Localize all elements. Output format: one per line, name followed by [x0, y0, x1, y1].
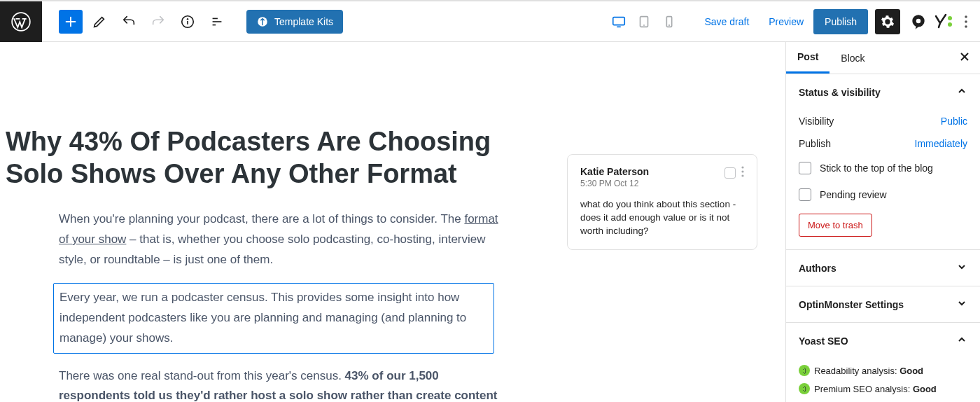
paragraph-block-2-selected[interactable]: Every year, we run a podcaster census. T…: [53, 283, 494, 354]
redo-icon[interactable]: [146, 9, 171, 34]
svg-point-19: [965, 20, 967, 23]
edit-icon[interactable]: [87, 9, 112, 34]
publish-button[interactable]: Publish: [813, 9, 868, 34]
chevron-up-icon: [956, 334, 967, 347]
tab-block[interactable]: Block: [830, 42, 876, 74]
settings-button[interactable]: [875, 9, 900, 34]
stick-label: Stick to the top of the blog: [820, 162, 933, 174]
smiley-green-icon: [799, 365, 810, 376]
svg-point-13: [669, 25, 670, 25]
svg-rect-8: [613, 17, 625, 25]
panel-yoast-seo[interactable]: Yoast SEO: [786, 323, 980, 359]
svg-point-16: [948, 16, 952, 20]
pending-checkbox[interactable]: [799, 188, 811, 201]
undo-icon[interactable]: [116, 9, 141, 34]
chevron-up-icon: [956, 85, 967, 99]
comment-timestamp: 5:30 PM Oct 12: [580, 179, 649, 188]
resolve-checkbox[interactable]: [724, 167, 736, 179]
panel-status-visibility[interactable]: Status & visibility: [786, 74, 980, 110]
chevron-down-icon: [956, 261, 967, 275]
tab-post[interactable]: Post: [786, 42, 830, 74]
top-toolbar: Template Kits Save draft Preview Publish: [0, 1, 980, 42]
chevron-down-icon: [956, 298, 967, 311]
panel-authors[interactable]: Authors: [786, 250, 980, 286]
tablet-view-icon[interactable]: [631, 9, 657, 34]
preview-link[interactable]: Preview: [759, 16, 813, 27]
chat-icon[interactable]: [906, 9, 931, 34]
mobile-view-icon[interactable]: [657, 9, 682, 34]
add-block-button[interactable]: [59, 10, 83, 34]
move-to-trash-button[interactable]: Move to trash: [799, 214, 872, 237]
visibility-label: Visibility: [799, 116, 834, 127]
visibility-value[interactable]: Public: [941, 116, 967, 127]
publish-value[interactable]: Immediately: [915, 138, 967, 149]
comment-card[interactable]: Katie Paterson 5:30 PM Oct 12 what do yo…: [567, 154, 757, 250]
readability-row[interactable]: Readability analysis: Good: [799, 361, 967, 380]
close-sidebar-button[interactable]: [959, 51, 970, 64]
info-icon[interactable]: [175, 9, 200, 34]
svg-point-3: [187, 18, 188, 20]
publish-label: Publish: [799, 138, 831, 149]
comment-more-icon[interactable]: [741, 166, 744, 179]
panel-optinmonster[interactable]: OptinMonster Settings: [786, 286, 980, 322]
post-title[interactable]: Why 43% Of Podcasters Are Choosing Solo …: [6, 126, 510, 190]
template-kits-label: Template Kits: [274, 16, 333, 27]
svg-point-21: [741, 166, 743, 168]
stick-checkbox[interactable]: [799, 162, 811, 174]
premium-seo-row[interactable]: Premium SEO analysis: Good: [799, 380, 967, 398]
outline-icon[interactable]: [204, 9, 230, 34]
comment-body: what do you think about this section - d…: [580, 198, 744, 238]
paragraph-block-1[interactable]: When you're planning your podcast, there…: [59, 209, 500, 270]
svg-point-17: [948, 22, 952, 27]
wordpress-logo[interactable]: [0, 1, 42, 42]
svg-point-23: [741, 174, 743, 176]
pending-label: Pending review: [820, 189, 887, 200]
svg-point-15: [916, 18, 921, 23]
desktop-view-icon[interactable]: [606, 9, 631, 34]
svg-point-22: [741, 170, 743, 172]
comment-author: Katie Paterson: [580, 166, 649, 177]
editor-canvas[interactable]: Why 43% Of Podcasters Are Choosing Solo …: [0, 42, 785, 402]
yoast-icon[interactable]: [931, 9, 956, 34]
settings-sidebar: Post Block Status & visibility Visibilit…: [785, 42, 980, 402]
svg-point-18: [965, 15, 967, 18]
paragraph-block-3[interactable]: There was one real stand-out from this y…: [59, 366, 500, 402]
svg-point-20: [965, 25, 967, 28]
smiley-green-icon: [799, 383, 810, 394]
template-kits-button[interactable]: Template Kits: [246, 10, 343, 34]
save-draft-link[interactable]: Save draft: [694, 16, 759, 27]
more-options-button[interactable]: [956, 9, 976, 34]
